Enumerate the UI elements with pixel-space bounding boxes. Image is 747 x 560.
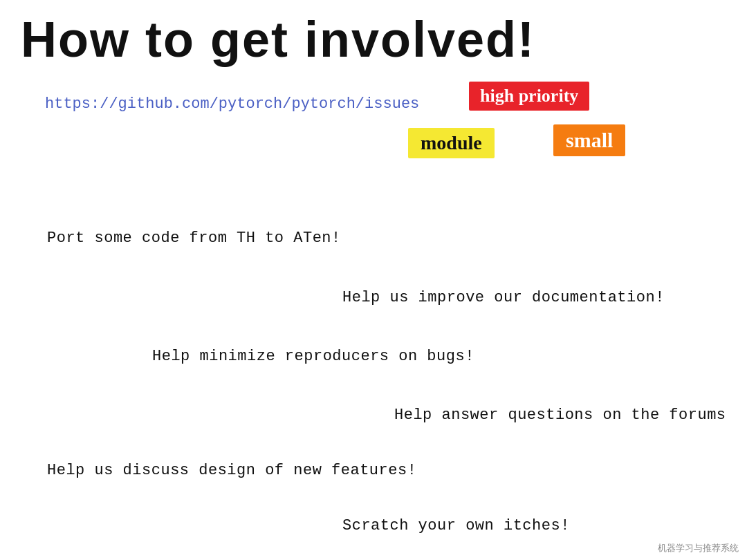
badge-small: small (553, 124, 625, 156)
content-line-3: Help minimize reproducers on bugs! (152, 348, 474, 365)
content-line-5: Help us discuss design of new features! (47, 462, 416, 479)
content-line-1: Port some code from TH to ATen! (47, 230, 341, 247)
content-line-6: Scratch your own itches! (342, 517, 570, 534)
main-title: How to get involved! (21, 12, 535, 67)
badge-module: module (408, 128, 495, 158)
github-link[interactable]: https://github.com/pytorch/pytorch/issue… (45, 95, 419, 113)
badge-high-priority: high priority (469, 82, 589, 111)
content-line-2: Help us improve our documentation! (342, 289, 665, 306)
page-container: How to get involved! https://github.com/… (0, 0, 747, 560)
content-line-4: Help answer questions on the forums (394, 407, 726, 424)
watermark: 机器学习与推荐系统 (658, 542, 739, 554)
